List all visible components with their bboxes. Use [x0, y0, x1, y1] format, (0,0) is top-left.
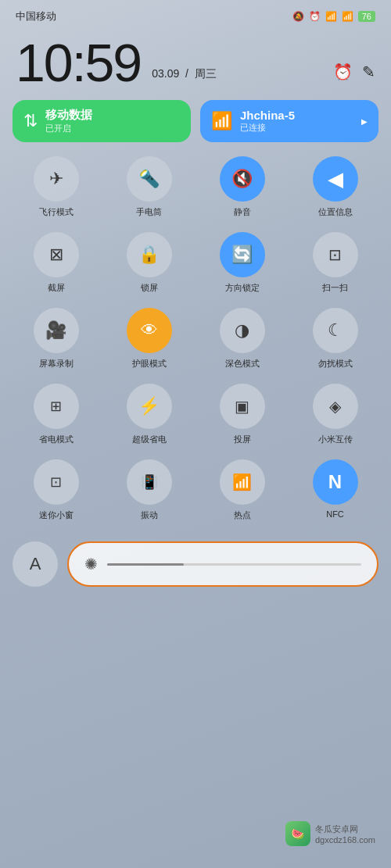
lockscreen-label: 锁屏 [141, 282, 158, 294]
clock-time: 10:59 [16, 36, 141, 89]
clock-section: 10:59 03.09 / 周三 ⏰ ✎ [0, 28, 391, 100]
ctrl-rotate[interactable]: 🔄 方向锁定 [199, 232, 285, 294]
mobile-data-tile[interactable]: ⇅ 移动数据 已开启 [13, 100, 191, 142]
cast-btn[interactable]: ▣ [220, 384, 265, 429]
mishare-btn[interactable]: ◈ [313, 384, 358, 429]
mishare-label: 小米互传 [318, 434, 353, 445]
mute-btn[interactable]: 🔇 [220, 156, 265, 202]
dnd-label: 勿扰模式 [318, 358, 353, 370]
record-label: 屏幕录制 [39, 358, 74, 370]
battery-status: 76 [358, 11, 375, 22]
edit-icon[interactable]: ✎ [362, 63, 375, 81]
font-size-btn[interactable]: A [13, 541, 58, 587]
airplane-label: 飞行模式 [39, 206, 74, 218]
nfc-label: NFC [326, 509, 344, 519]
dnd-btn[interactable]: ☾ [313, 308, 358, 353]
superbattery-btn[interactable]: ⚡ [127, 384, 172, 429]
record-btn[interactable]: 🎥 [34, 308, 79, 353]
ctrl-mishare[interactable]: ◈ 小米互传 [292, 384, 378, 445]
wifi-tile[interactable]: 📶 Jhchina-5 已连接 ▶ [200, 100, 378, 142]
darkmode-btn[interactable]: ◑ [220, 308, 265, 353]
ctrl-cast[interactable]: ▣ 投屏 [199, 384, 285, 445]
battery-label: 省电模式 [39, 434, 74, 445]
darkmode-label: 深色模式 [225, 358, 260, 370]
vibrate-btn[interactable]: 📳 [127, 459, 172, 505]
ctrl-torch[interactable]: 🔦 手电筒 [106, 156, 192, 218]
ctrl-location[interactable]: ◀ 位置信息 [292, 156, 378, 218]
ctrl-airplane[interactable]: ✈ 飞行模式 [13, 156, 99, 218]
miniwin-label: 迷你小窗 [39, 509, 74, 521]
torch-label: 手电筒 [136, 206, 162, 218]
rotate-btn[interactable]: 🔄 [220, 232, 265, 277]
status-icons: 🔕 ⏰ 📶 📶 76 [292, 11, 375, 22]
mobile-data-title: 移动数据 [45, 108, 92, 123]
wifi-arrow-icon: ▶ [361, 117, 368, 126]
lockscreen-btn[interactable]: 🔒 [127, 232, 172, 277]
location-btn[interactable]: ◀ [313, 156, 358, 202]
battery-btn[interactable]: ⊞ [34, 384, 79, 429]
brightness-icon: ✺ [84, 555, 98, 573]
controls-grid: ✈ 飞行模式 🔦 手电筒 🔇 静音 ◀ 位置信息 ⊠ 截屏 🔒 锁屏 🔄 方向锁… [0, 156, 391, 527]
carrier-label: 中国移动 [16, 9, 56, 23]
ctrl-record[interactable]: 🎥 屏幕录制 [13, 308, 99, 370]
quick-tiles: ⇅ 移动数据 已开启 📶 Jhchina-5 已连接 ▶ [0, 100, 391, 156]
alarm-clock-icon[interactable]: ⏰ [333, 63, 353, 81]
date-label: 03.09 / 周三 [152, 67, 217, 81]
ctrl-scan[interactable]: ⊡ 扫一扫 [292, 232, 378, 294]
bottom-controls: A ✺ [0, 527, 391, 587]
eyecare-label: 护眼模式 [132, 358, 167, 370]
wifi-status-icon: 📶 [342, 11, 353, 22]
scan-label: 扫一扫 [322, 282, 348, 294]
eyecare-btn[interactable]: 👁 [127, 308, 172, 353]
brightness-track [107, 563, 361, 566]
wifi-tile-icon: 📶 [211, 111, 232, 131]
ctrl-superbattery[interactable]: ⚡ 超级省电 [106, 384, 192, 445]
signal-icon: 📶 [325, 11, 337, 22]
torch-btn[interactable]: 🔦 [127, 156, 172, 202]
nfc-btn[interactable]: N [313, 459, 358, 505]
watermark: 🍉 冬瓜安卓网 dgxcdz168.com [285, 821, 375, 846]
screenshot-label: 截屏 [48, 282, 65, 294]
location-label: 位置信息 [318, 206, 353, 218]
wifi-name: Jhchina-5 [240, 109, 295, 122]
clock-action-icons: ⏰ ✎ [333, 63, 375, 89]
wifi-status: 已连接 [240, 122, 295, 134]
mute-label: 静音 [234, 206, 251, 218]
mobile-data-subtitle: 已开启 [45, 123, 92, 134]
ctrl-miniwin[interactable]: ⊡ 迷你小窗 [13, 459, 99, 521]
hotspot-label: 热点 [234, 509, 251, 521]
brightness-slider[interactable]: ✺ [67, 541, 378, 587]
screenshot-btn[interactable]: ⊠ [34, 232, 79, 277]
airplane-btn[interactable]: ✈ [34, 156, 79, 202]
ctrl-dnd[interactable]: ☾ 勿扰模式 [292, 308, 378, 370]
miniwin-btn[interactable]: ⊡ [34, 459, 79, 505]
alarm-icon: ⏰ [309, 11, 321, 22]
watermark-text: 冬瓜安卓网 dgxcdz168.com [315, 823, 375, 845]
ctrl-vibrate[interactable]: 📳 振动 [106, 459, 192, 521]
vibrate-label: 振动 [141, 509, 158, 521]
status-bar: 中国移动 🔕 ⏰ 📶 📶 76 [0, 0, 391, 28]
cast-label: 投屏 [234, 434, 251, 445]
superbattery-label: 超级省电 [132, 434, 167, 445]
ctrl-darkmode[interactable]: ◑ 深色模式 [199, 308, 285, 370]
ctrl-lockscreen[interactable]: 🔒 锁屏 [106, 232, 192, 294]
scan-btn[interactable]: ⊡ [313, 232, 358, 277]
ctrl-eyecare[interactable]: 👁 护眼模式 [106, 308, 192, 370]
ctrl-nfc[interactable]: N NFC [292, 459, 378, 521]
mobile-data-icon: ⇅ [23, 111, 38, 131]
ctrl-screenshot[interactable]: ⊠ 截屏 [13, 232, 99, 294]
rotate-label: 方向锁定 [225, 282, 260, 294]
brightness-fill [107, 563, 184, 566]
mute-status-icon: 🔕 [292, 11, 304, 22]
ctrl-hotspot[interactable]: 📶 热点 [199, 459, 285, 521]
ctrl-mute[interactable]: 🔇 静音 [199, 156, 285, 218]
watermark-logo: 🍉 [285, 821, 310, 846]
font-icon: A [30, 554, 41, 574]
ctrl-battery[interactable]: ⊞ 省电模式 [13, 384, 99, 445]
hotspot-btn[interactable]: 📶 [220, 459, 265, 505]
clock-date: 03.09 / 周三 [152, 67, 333, 89]
